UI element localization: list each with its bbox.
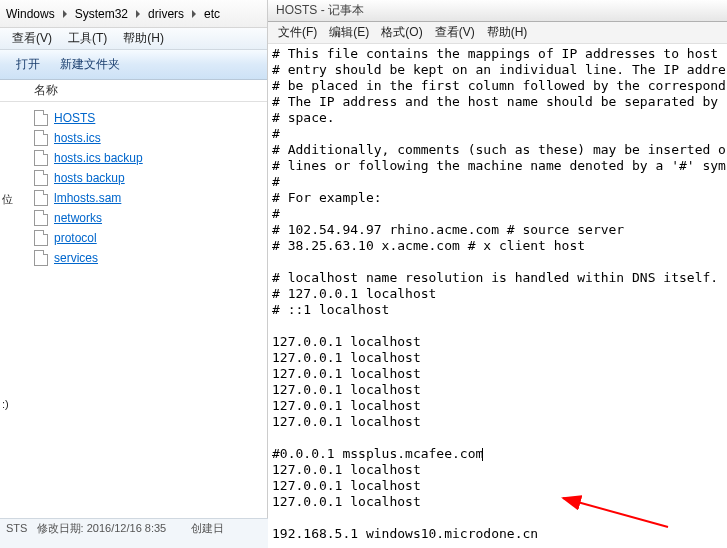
menu-help[interactable]: 帮助(H) — [481, 22, 534, 43]
breadcrumb-item[interactable]: Windows — [4, 7, 57, 21]
text-line: 127.0.0.1 localhost — [272, 334, 723, 350]
list-item[interactable]: hosts backup — [0, 168, 267, 188]
text-line: # 102.54.94.97 rhino.acme.com # source s… — [272, 222, 723, 238]
list-item[interactable]: services — [0, 248, 267, 268]
menu-format[interactable]: 格式(O) — [375, 22, 428, 43]
chevron-right-icon — [192, 10, 196, 18]
file-icon — [34, 150, 48, 166]
menu-help[interactable]: 帮助(H) — [115, 28, 172, 49]
file-name-label: hosts.ics — [54, 131, 101, 145]
window-title: HOSTS - 记事本 — [268, 0, 727, 22]
text-line: 127.0.0.1 localhost — [272, 398, 723, 414]
explorer-menubar: 查看(V) 工具(T) 帮助(H) — [0, 28, 267, 50]
text-line: # be placed in the first column followed… — [272, 78, 723, 94]
sidebar-text: 位 — [2, 192, 13, 207]
file-list: HOSTShosts.icshosts.ics backuphosts back… — [0, 102, 267, 274]
text-line: # This file contains the mappings of IP … — [272, 46, 723, 62]
status-modified-value: 2016/12/16 8:35 — [87, 522, 167, 534]
file-name-label: hosts.ics backup — [54, 151, 143, 165]
file-name-label: networks — [54, 211, 102, 225]
menu-view[interactable]: 查看(V) — [429, 22, 481, 43]
text-line — [272, 510, 723, 526]
file-name-label: services — [54, 251, 98, 265]
new-folder-button[interactable]: 新建文件夹 — [50, 53, 130, 76]
list-item[interactable]: networks — [0, 208, 267, 228]
list-item[interactable]: HOSTS — [0, 108, 267, 128]
text-line: # localhost name resolution is handled w… — [272, 270, 723, 286]
text-line — [272, 254, 723, 270]
text-line: 127.0.0.1 localhost — [272, 478, 723, 494]
list-item[interactable]: lmhosts.sam — [0, 188, 267, 208]
file-name-label: HOSTS — [54, 111, 95, 125]
text-line: 192.168.5.1 windows10.microdone.cn — [272, 526, 723, 542]
text-line: # Additionally, comments (such as these)… — [272, 142, 723, 158]
text-line: # For example: — [272, 190, 723, 206]
file-icon — [34, 190, 48, 206]
notepad-menubar: 文件(F) 编辑(E) 格式(O) 查看(V) 帮助(H) — [268, 22, 727, 44]
menu-file[interactable]: 文件(F) — [272, 22, 323, 43]
chevron-right-icon — [136, 10, 140, 18]
breadcrumb[interactable]: Windows System32 drivers etc — [0, 0, 267, 28]
notepad-window: HOSTS - 记事本 文件(F) 编辑(E) 格式(O) 查看(V) 帮助(H… — [268, 0, 727, 548]
file-name-label: lmhosts.sam — [54, 191, 121, 205]
list-item[interactable]: hosts.ics — [0, 128, 267, 148]
text-line: # ::1 localhost — [272, 302, 723, 318]
text-line: 127.0.0.1 localhost — [272, 494, 723, 510]
open-button[interactable]: 打开 — [6, 53, 50, 76]
text-line: # — [272, 174, 723, 190]
text-line — [272, 318, 723, 334]
menu-tools[interactable]: 工具(T) — [60, 28, 115, 49]
chevron-right-icon — [63, 10, 67, 18]
text-line: # 127.0.0.1 localhost — [272, 286, 723, 302]
sidebar-text: :) — [2, 398, 9, 410]
status-selection: STS — [6, 522, 27, 534]
file-icon — [34, 230, 48, 246]
file-icon — [34, 210, 48, 226]
menu-view[interactable]: 查看(V) — [4, 28, 60, 49]
file-name-label: hosts backup — [54, 171, 125, 185]
breadcrumb-item[interactable]: System32 — [73, 7, 130, 21]
file-icon — [34, 250, 48, 266]
text-line: # The IP address and the host name shoul… — [272, 94, 723, 110]
status-created-label: 创建日 — [191, 522, 224, 534]
text-line: # lines or following the machine name de… — [272, 158, 723, 174]
text-caret — [482, 448, 483, 461]
breadcrumb-item[interactable]: etc — [202, 7, 222, 21]
file-explorer-window: Windows System32 drivers etc 查看(V) 工具(T)… — [0, 0, 268, 548]
status-modified-label: 修改日期: — [37, 522, 84, 534]
text-line: 127.0.0.1 localhost — [272, 462, 723, 478]
text-line: 127.0.0.1 localhost — [272, 414, 723, 430]
column-header-name[interactable]: 名称 — [0, 80, 267, 102]
text-line: 127.0.0.1 localhost — [272, 350, 723, 366]
explorer-toolbar: 打开 新建文件夹 — [0, 50, 267, 80]
file-icon — [34, 130, 48, 146]
text-line: # 38.25.63.10 x.acme.com # x client host — [272, 238, 723, 254]
file-icon — [34, 170, 48, 186]
text-line: # space. — [272, 110, 723, 126]
text-line: #0.0.0.1 mssplus.mcafee.com — [272, 446, 723, 462]
file-name-label: protocol — [54, 231, 97, 245]
menu-edit[interactable]: 编辑(E) — [323, 22, 375, 43]
text-line: 127.0.0.1 localhost — [272, 366, 723, 382]
text-line — [272, 430, 723, 446]
status-bar: STS 修改日期: 2016/12/16 8:35 创建日 — [0, 518, 268, 548]
file-icon — [34, 110, 48, 126]
list-item[interactable]: protocol — [0, 228, 267, 248]
breadcrumb-item[interactable]: drivers — [146, 7, 186, 21]
text-line: 127.0.0.1 localhost — [272, 382, 723, 398]
text-line: # — [272, 206, 723, 222]
text-line: # — [272, 126, 723, 142]
text-editor-area[interactable]: # This file contains the mappings of IP … — [268, 44, 727, 548]
text-line: # entry should be kept on an individual … — [272, 62, 723, 78]
list-item[interactable]: hosts.ics backup — [0, 148, 267, 168]
